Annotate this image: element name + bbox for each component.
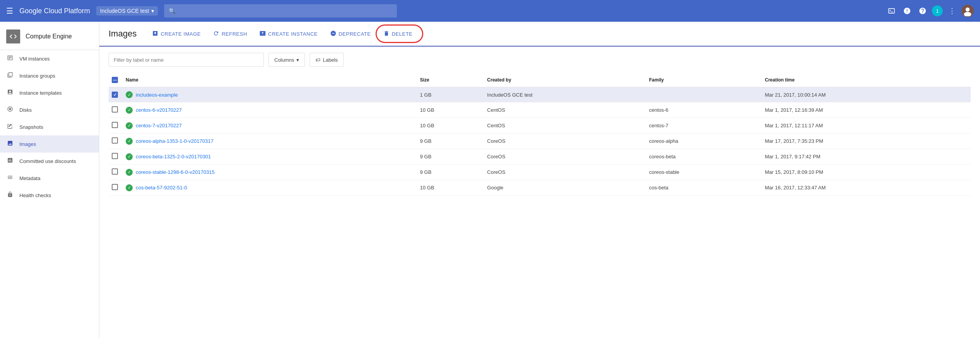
row-checkbox[interactable] — [112, 153, 118, 159]
instance-templates-icon — [6, 89, 14, 97]
delete-label: DELETE — [392, 31, 413, 37]
col-family: Family — [646, 73, 762, 87]
search-bar[interactable]: 🔍 — [164, 4, 397, 17]
size-cell: 10 GB — [417, 102, 484, 118]
snapshots-icon — [6, 123, 14, 131]
image-name-link[interactable]: coreos-alpha-1353-1-0-v20170317 — [136, 138, 213, 144]
refresh-icon — [213, 30, 219, 38]
row-checkbox[interactable] — [112, 92, 118, 98]
sidebar-item-snapshots[interactable]: Snapshots — [0, 118, 99, 135]
instance-groups-icon — [6, 72, 14, 80]
row-checkbox[interactable] — [112, 137, 118, 144]
sidebar-header: Compute Engine — [0, 22, 99, 50]
table-body: ✓ includeos-example 1 GB IncludeOS GCE t… — [109, 87, 971, 196]
images-icon — [6, 140, 14, 148]
table-row: ✓ centos-7-v20170227 10 GB CentOS centos… — [109, 118, 971, 133]
name-cell: ✓ coreos-alpha-1353-1-0-v20170317 — [126, 138, 412, 145]
image-name-link[interactable]: centos-7-v20170227 — [136, 123, 182, 128]
sidebar-item-label-metadata: Metadata — [19, 175, 40, 181]
creation-time-cell: Mar 17, 2017, 7:35:23 PM — [762, 133, 971, 149]
notification-badge[interactable]: 1 — [932, 5, 943, 16]
status-icon: ✓ — [126, 138, 133, 145]
labels-tag-icon: 🏷 — [315, 57, 320, 63]
sidebar-item-instance-groups[interactable]: Instance groups — [0, 67, 99, 84]
family-cell: centos-6 — [646, 102, 762, 118]
page-title: Images — [109, 29, 137, 39]
search-input[interactable] — [178, 8, 392, 14]
family-cell: centos-7 — [646, 118, 762, 133]
creation-time-cell: Mar 21, 2017, 10:00:14 AM — [762, 87, 971, 102]
alert-icon[interactable] — [901, 5, 913, 17]
status-icon: ✓ — [126, 91, 133, 98]
sidebar-item-label-committed-use: Committed use discounts — [19, 158, 76, 164]
row-checkbox[interactable] — [112, 184, 118, 190]
disks-icon — [6, 106, 14, 114]
sidebar-item-label-health-checks: Health checks — [19, 192, 51, 198]
family-cell: coreos-alpha — [646, 133, 762, 149]
labels-button[interactable]: 🏷 Labels — [310, 53, 343, 67]
image-name-link[interactable]: cos-beta-57-9202-51-0 — [136, 185, 187, 191]
sidebar-item-committed-use[interactable]: Committed use discounts — [0, 153, 99, 170]
sidebar-item-images[interactable]: Images — [0, 135, 99, 153]
terminal-icon[interactable] — [885, 5, 898, 17]
committed-use-icon — [6, 157, 14, 165]
columns-button[interactable]: Columns ▾ — [268, 53, 305, 67]
created-by-cell: Google — [484, 180, 646, 196]
sidebar-item-metadata[interactable]: Metadata — [0, 170, 99, 187]
row-checkbox[interactable] — [112, 122, 118, 128]
help-icon[interactable] — [916, 5, 929, 17]
more-options-icon[interactable]: ⋮ — [946, 5, 958, 17]
row-checkbox[interactable] — [112, 106, 118, 113]
table-row: ✓ cos-beta-57-9202-51-0 10 GB Google cos… — [109, 180, 971, 196]
image-name-link[interactable]: coreos-stable-1298-6-0-v20170315 — [136, 169, 215, 175]
hamburger-menu[interactable]: ☰ — [6, 6, 13, 16]
image-name-link[interactable]: centos-6-v20170227 — [136, 107, 182, 113]
sidebar-nav: VM instances Instance groups Instance te… — [0, 50, 99, 204]
sidebar-item-label-images: Images — [19, 141, 36, 147]
columns-label: Columns — [274, 57, 294, 63]
col-size: Size — [417, 73, 484, 87]
image-name-link[interactable]: coreos-beta-1325-2-0-v20170301 — [136, 154, 211, 159]
create-instance-button[interactable]: CREATE INSTANCE — [253, 22, 324, 46]
table-row: ✓ coreos-alpha-1353-1-0-v20170317 9 GB C… — [109, 133, 971, 149]
refresh-label: REFRESH — [222, 31, 247, 37]
columns-chevron-icon: ▾ — [296, 57, 299, 63]
labels-label: Labels — [323, 57, 338, 63]
size-cell: 9 GB — [417, 149, 484, 165]
select-all-checkbox[interactable] — [112, 77, 118, 83]
project-selector[interactable]: IncludeOS GCE test ▾ — [96, 6, 158, 16]
create-instance-label: CREATE INSTANCE — [268, 31, 318, 37]
deprecate-button[interactable]: DEPRECATE — [324, 22, 377, 46]
created-by-cell: CentOS — [484, 118, 646, 133]
name-cell: ✓ coreos-beta-1325-2-0-v20170301 — [126, 153, 412, 160]
created-by-cell: CoreOS — [484, 165, 646, 180]
brand-name: Google Cloud Platform — [19, 7, 90, 15]
image-name-link[interactable]: includeos-example — [136, 92, 178, 98]
create-image-button[interactable]: CREATE IMAGE — [146, 22, 207, 46]
sidebar-item-vm-instances[interactable]: VM instances — [0, 50, 99, 67]
table-row: ✓ coreos-stable-1298-6-0-v20170315 9 GB … — [109, 165, 971, 180]
row-checkbox[interactable] — [112, 168, 118, 175]
creation-time-cell: Mar 1, 2017, 9:17:42 PM — [762, 149, 971, 165]
refresh-button[interactable]: REFRESH — [207, 22, 253, 46]
size-cell: 9 GB — [417, 133, 484, 149]
size-cell: 1 GB — [417, 87, 484, 102]
images-table: Name Size Created by Family Creation tim… — [109, 73, 971, 196]
creation-time-cell: Mar 1, 2017, 12:16:39 AM — [762, 102, 971, 118]
name-cell: ✓ centos-7-v20170227 — [126, 122, 412, 129]
page-header: Images CREATE IMAGE REFRESH CREATE INSTA… — [99, 22, 980, 47]
col-created-by: Created by — [484, 73, 646, 87]
sidebar-item-instance-templates[interactable]: Instance templates — [0, 84, 99, 101]
family-cell: coreos-beta — [646, 149, 762, 165]
status-icon: ✓ — [126, 184, 133, 191]
avatar[interactable] — [961, 5, 974, 17]
sidebar-item-health-checks[interactable]: Health checks — [0, 187, 99, 204]
filter-input[interactable] — [109, 53, 264, 67]
sidebar-item-disks[interactable]: Disks — [0, 101, 99, 118]
size-cell: 10 GB — [417, 118, 484, 133]
delete-button[interactable]: DELETE — [377, 22, 419, 46]
health-checks-icon — [6, 191, 14, 199]
created-by-cell: IncludeOS GCE test — [484, 87, 646, 102]
compute-engine-icon — [6, 29, 20, 43]
status-icon: ✓ — [126, 169, 133, 176]
